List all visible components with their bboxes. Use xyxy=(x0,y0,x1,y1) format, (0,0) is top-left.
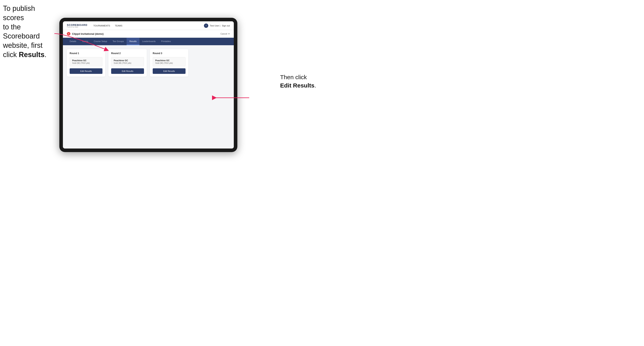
tab-leaderboards[interactable]: Leaderboards xyxy=(140,38,158,45)
user-label: Test User | xyxy=(210,24,220,27)
nav-links: TOURNAMENTS TEAMS xyxy=(93,24,204,28)
course-details-2: Gold (M) (7010 yds) xyxy=(114,62,142,64)
instruction-right: Then click Edit Results. xyxy=(280,73,316,90)
tab-printables[interactable]: Printables xyxy=(158,38,174,45)
round-card-2: Round 2 Peachtree GC Gold (M) (7010 yds)… xyxy=(108,49,147,77)
empty-column xyxy=(192,49,230,77)
course-card-2: Peachtree GC Gold (M) (7010 yds) xyxy=(111,57,144,66)
tab-tee-groups[interactable]: Tee Groups xyxy=(110,38,126,45)
tournament-name: Clippd Invitational (demo) xyxy=(72,32,104,35)
scoreboard-logo: SCOREBOARD Powered by clippd xyxy=(67,24,88,28)
tablet-screen: SCOREBOARD Powered by clippd TOURNAMENTS… xyxy=(63,21,234,149)
round-card-3: Round 3 Peachtree GC Gold (M) (7010 yds)… xyxy=(150,49,188,77)
logo-title: SCOREBOARD xyxy=(67,24,88,26)
course-name-3: Peachtree GC xyxy=(155,59,183,62)
edit-results-button-2[interactable]: Edit Results xyxy=(111,68,144,74)
course-details-3: Gold (M) (7010 yds) xyxy=(155,62,183,64)
edit-results-button-1[interactable]: Edit Results xyxy=(70,68,102,74)
tab-course-setup[interactable]: Course Setup xyxy=(91,38,110,45)
course-card-3: Peachtree GC Gold (M) (7010 yds) xyxy=(153,57,186,66)
user-avatar: T xyxy=(204,23,208,28)
logo-subtitle: Powered by clippd xyxy=(67,26,88,28)
close-icon: ✕ xyxy=(228,33,230,35)
course-card-1: Peachtree GC Gold (M) (7010 yds) xyxy=(70,57,102,66)
tab-teams[interactable]: Teams xyxy=(79,38,91,45)
course-details-1: Gold (M) (7010 yds) xyxy=(72,62,100,64)
round-3-title: Round 3 xyxy=(153,52,186,55)
top-nav: SCOREBOARD Powered by clippd TOURNAMENTS… xyxy=(63,21,234,30)
nav-tournaments[interactable]: TOURNAMENTS xyxy=(93,24,110,28)
instruction-left: To publish scores to the Scoreboard webs… xyxy=(3,4,54,59)
tournament-header: C Clippd Invitational (demo) Cancel ✕ xyxy=(63,30,234,38)
rounds-grid: Round 1 Peachtree GC Gold (M) (7010 yds)… xyxy=(67,49,230,77)
tablet-device: SCOREBOARD Powered by clippd TOURNAMENTS… xyxy=(59,18,237,152)
tab-details[interactable]: Details xyxy=(67,38,79,45)
tab-results[interactable]: Results xyxy=(126,38,140,45)
round-1-title: Round 1 xyxy=(70,52,102,55)
nav-right: T Test User | Sign out xyxy=(204,23,230,28)
clippd-icon: C xyxy=(67,32,70,35)
signout-link[interactable]: Sign out xyxy=(222,24,230,27)
tab-bar: Details Teams Course Setup Tee Groups Re… xyxy=(63,38,234,45)
nav-teams[interactable]: TEAMS xyxy=(115,24,122,28)
main-content: Round 1 Peachtree GC Gold (M) (7010 yds)… xyxy=(63,45,234,149)
course-name-2: Peachtree GC xyxy=(114,59,142,62)
tournament-title-row: C Clippd Invitational (demo) xyxy=(67,32,104,35)
round-card-1: Round 1 Peachtree GC Gold (M) (7010 yds)… xyxy=(67,49,105,77)
edit-results-button-3[interactable]: Edit Results xyxy=(153,68,186,74)
course-name-1: Peachtree GC xyxy=(72,59,100,62)
cancel-button[interactable]: Cancel ✕ xyxy=(220,33,230,35)
round-2-title: Round 2 xyxy=(111,52,144,55)
